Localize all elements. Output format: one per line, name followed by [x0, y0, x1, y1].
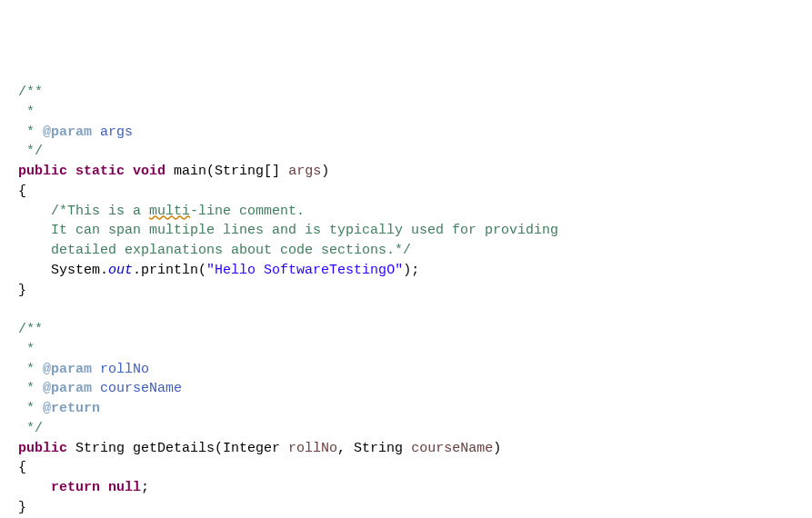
indent	[18, 204, 51, 219]
brace-close: }	[18, 500, 26, 515]
comma: ,	[337, 441, 354, 456]
javadoc-open: /**	[18, 85, 43, 100]
brace-open: {	[18, 460, 26, 475]
javadoc-param-name: args	[92, 125, 133, 140]
paren-close: )	[321, 164, 329, 179]
var-coursename: courseName	[411, 441, 493, 456]
block-comment: It can span multiple lines and is typica…	[51, 223, 558, 238]
keyword-void: void	[133, 164, 165, 179]
javadoc-line: *	[18, 125, 43, 140]
brace-close: }	[18, 283, 26, 298]
paren-close: )	[493, 441, 501, 456]
semicolon: ;	[141, 480, 149, 495]
javadoc-open: /**	[18, 322, 43, 337]
indent	[18, 243, 51, 258]
paren-close-semi: );	[403, 263, 419, 278]
block-comment-spell: multi	[149, 204, 190, 219]
keyword-return: return	[51, 480, 100, 495]
field-out: out	[108, 263, 133, 278]
string-literal: "Hello SoftwareTestingO"	[206, 263, 403, 278]
javadoc-line: *	[18, 401, 43, 416]
paren-open: (	[215, 441, 223, 456]
indent	[18, 223, 51, 238]
javadoc-tag-param: @param	[43, 362, 92, 377]
javadoc-param-name: courseName	[92, 381, 182, 396]
dot: .	[133, 263, 141, 278]
javadoc-param-name: rollNo	[92, 362, 149, 377]
block-comment: /*This is a	[51, 204, 149, 219]
keyword-public: public	[18, 164, 67, 179]
method-println: println	[141, 263, 198, 278]
javadoc-line: *	[18, 342, 35, 357]
javadoc-tag-return: @return	[43, 401, 100, 416]
paren-open: (	[206, 164, 215, 179]
javadoc-line: *	[18, 105, 35, 120]
javadoc-line: *	[18, 381, 43, 396]
var-rollno: rollNo	[288, 441, 337, 456]
block-comment: detailed explanations about code section…	[51, 243, 411, 258]
var-args: args	[288, 164, 321, 179]
method-name-main: main	[165, 164, 206, 179]
code-block: /** * * @param args */ public static voi…	[0, 79, 812, 518]
javadoc-close: */	[18, 144, 43, 159]
indent	[18, 480, 51, 495]
javadoc-close: */	[18, 421, 43, 436]
indent	[18, 263, 51, 278]
type-integer: Integer	[223, 441, 288, 456]
paren-open: (	[198, 263, 206, 278]
type-string: String	[67, 441, 133, 456]
block-comment: -line comment.	[190, 204, 305, 219]
javadoc-line: *	[18, 362, 43, 377]
method-name-getdetails: getDetails	[133, 441, 215, 456]
class-system: System.	[51, 263, 108, 278]
brace-open: {	[18, 184, 26, 199]
keyword-static: static	[75, 164, 125, 179]
space	[100, 480, 108, 495]
keyword-public: public	[18, 441, 67, 456]
javadoc-tag-param: @param	[43, 381, 92, 396]
javadoc-tag-param: @param	[43, 125, 92, 140]
type-string: String	[354, 441, 411, 456]
keyword-null: null	[108, 480, 141, 495]
type-string-array: String[]	[215, 164, 288, 179]
